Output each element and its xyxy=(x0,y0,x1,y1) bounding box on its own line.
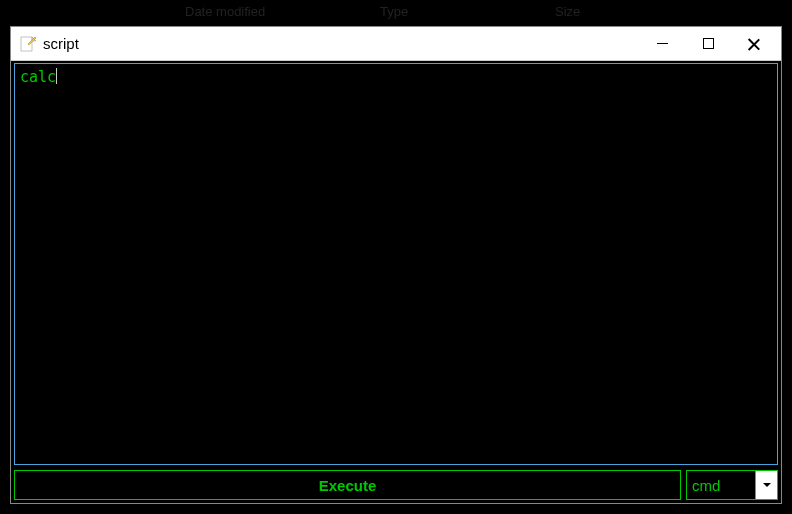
bg-header-date: Date modified xyxy=(185,4,265,19)
close-icon xyxy=(748,38,760,50)
script-file-icon xyxy=(19,35,37,53)
maximize-button[interactable] xyxy=(685,28,731,60)
script-window: script calc Execute cmd xyxy=(10,26,782,504)
maximize-icon xyxy=(703,38,714,49)
mode-selected-label: cmd xyxy=(687,471,755,499)
script-content: calc xyxy=(20,68,56,86)
chevron-down-icon xyxy=(763,483,771,487)
bottom-bar: Execute cmd xyxy=(14,470,778,500)
dropdown-arrow-button[interactable] xyxy=(755,471,777,499)
minimize-icon xyxy=(657,43,668,44)
bg-header-size: Size xyxy=(555,4,580,19)
background-column-headers: Date modified Type Size xyxy=(0,0,792,25)
execute-label: Execute xyxy=(319,477,377,494)
content-area: calc Execute cmd xyxy=(11,61,781,503)
bg-header-type: Type xyxy=(380,4,408,19)
close-button[interactable] xyxy=(731,28,777,60)
window-title: script xyxy=(43,35,639,52)
window-controls xyxy=(639,28,777,60)
script-editor[interactable]: calc xyxy=(14,63,778,465)
mode-dropdown[interactable]: cmd xyxy=(686,470,778,500)
text-cursor xyxy=(56,68,57,84)
minimize-button[interactable] xyxy=(639,28,685,60)
execute-button[interactable]: Execute xyxy=(14,470,681,500)
titlebar[interactable]: script xyxy=(11,27,781,61)
